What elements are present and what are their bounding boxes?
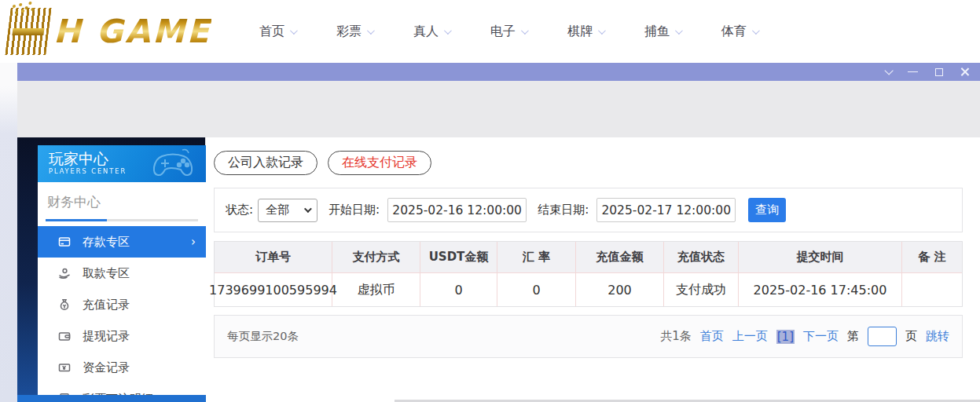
document-icon (58, 393, 71, 395)
sidebar: 玩家中心 PLAYERS CENTER 财务中心 (38, 145, 206, 395)
chevron-down-icon (752, 27, 760, 35)
sidebar-item-label: 提现记录 (83, 329, 130, 344)
next-page-link[interactable]: 下一页 (803, 329, 839, 344)
sidebar-item-label: 取款专区 (83, 266, 130, 281)
gamepad-icon (148, 148, 198, 180)
nav-item-live[interactable]: 真人 (413, 24, 450, 40)
cell-usdt-amount: 0 (420, 273, 497, 306)
chevron-down-icon (598, 27, 606, 35)
sidebar-item-recharge-records[interactable]: 充值记录 (38, 289, 206, 320)
record-tabs: 公司入款记录 在线支付记录 (214, 151, 963, 175)
nav-item-home[interactable]: 首页 (259, 24, 295, 40)
records-table: 订单号 支付方式 USDT金额 汇 率 充值金额 充值状态 提交时间 备 注 1… (214, 241, 963, 307)
chevron-right-icon: › (191, 235, 196, 249)
main-nav: 首页 彩票 真人 电子 棋牌 捕鱼 体育 (259, 0, 758, 63)
start-date-input[interactable] (387, 198, 527, 222)
end-date-input[interactable] (596, 198, 736, 222)
current-page: [1] (776, 330, 795, 344)
column-header-remark: 备 注 (902, 242, 962, 273)
prev-page-link[interactable]: 上一页 (732, 329, 768, 344)
sidebar-item-label: 彩票下注明细 (83, 392, 153, 396)
sidebar-item-label: 充值记录 (83, 298, 130, 312)
chevron-down-icon (367, 27, 375, 35)
sidebar-header: 玩家中心 PLAYERS CENTER (38, 145, 206, 182)
column-header-rate: 汇 率 (497, 242, 576, 273)
sidebar-item-label: 资金记录 (83, 360, 130, 375)
nav-item-slots[interactable]: 电子 (490, 24, 527, 40)
sidebar-bottom-strip (17, 395, 206, 402)
total-count: 共1条 (660, 329, 692, 344)
coupon-icon (58, 361, 71, 374)
cell-remark (902, 273, 962, 306)
logo-text: H GAME (53, 13, 211, 50)
cell-order-no: 1739699100595994 (215, 273, 332, 306)
chevron-down-icon (290, 27, 298, 35)
column-header-order-no: 订单号 (215, 242, 332, 273)
money-bag-icon (58, 298, 71, 311)
nav-item-sports[interactable]: 体育 (721, 24, 758, 40)
first-page-link[interactable]: 首页 (700, 329, 724, 344)
site-header: H GAME 首页 彩票 真人 电子 棋牌 捕鱼 体育 (0, 0, 980, 63)
status-select[interactable]: 全部 (258, 199, 317, 222)
jump-prefix: 第 (847, 329, 859, 344)
content-region: 玩家中心 PLAYERS CENTER 财务中心 (17, 137, 980, 402)
start-date-label: 开始日期: (329, 203, 380, 217)
sidebar-item-deposit-zone[interactable]: 存款专区 › (38, 226, 206, 258)
cell-recharge-status: 支付成功 (664, 273, 739, 306)
minimize-icon[interactable] (908, 71, 918, 72)
nav-item-board-games[interactable]: 棋牌 (567, 24, 604, 40)
cell-rate: 0 (497, 273, 576, 306)
window-empty-zone (17, 81, 980, 137)
column-header-recharge-status: 充值状态 (664, 242, 739, 273)
maximize-icon[interactable] (935, 68, 943, 76)
cell-recharge-amount: 200 (576, 273, 664, 306)
jump-suffix: 页 (905, 329, 917, 344)
sidebar-item-funds-records[interactable]: 资金记录 (38, 352, 206, 383)
cell-submit-time: 2025-02-16 17:45:00 (739, 273, 902, 306)
screen: H GAME 首页 彩票 真人 电子 棋牌 捕鱼 体育 玩家中心 PLAYERS… (0, 0, 980, 402)
query-button[interactable]: 查询 (748, 198, 786, 222)
table-header-row: 订单号 支付方式 USDT金额 汇 率 充值金额 充值状态 提交时间 备 注 (215, 242, 962, 273)
column-header-pay-method: 支付方式 (332, 242, 420, 273)
sidebar-divider (46, 219, 198, 221)
column-header-submit-time: 提交时间 (739, 242, 902, 273)
main-panel: 公司入款记录 在线支付记录 状态: 全部 开始日期: 结束日期: 查询 订单号 … (206, 137, 980, 402)
hand-coin-icon (58, 267, 71, 280)
nav-item-fishing[interactable]: 捕鱼 (644, 24, 681, 40)
window-titlebar (17, 63, 980, 81)
collapse-icon[interactable] (884, 66, 893, 75)
logo-mark-icon (5, 8, 51, 55)
sidebar-menu: 存款专区 › 取款专区 充值记录 (38, 226, 206, 395)
site-logo[interactable]: H GAME (8, 5, 211, 58)
close-icon[interactable] (960, 68, 969, 76)
table-row: 1739699100595994 虚拟币 0 0 200 支付成功 2025-0… (215, 273, 962, 306)
status-label: 状态: (226, 203, 253, 217)
status-select-value: 全部 (266, 203, 289, 217)
column-header-recharge-amount: 充值金额 (576, 242, 664, 273)
sidebar-item-withdrawal-records[interactable]: 提现记录 (38, 320, 206, 352)
cell-pay-method: 虚拟币 (332, 273, 420, 306)
page-number-input[interactable] (868, 327, 897, 346)
page-left-margin (0, 63, 17, 402)
chevron-down-icon (304, 205, 312, 213)
nav-item-lottery[interactable]: 彩票 (336, 24, 373, 40)
chevron-down-icon (444, 27, 452, 35)
sidebar-section-title: 财务中心 (38, 182, 206, 216)
column-header-usdt-amount: USDT金额 (420, 242, 497, 273)
deposit-card-icon (58, 236, 71, 248)
sidebar-background: 玩家中心 PLAYERS CENTER 财务中心 (17, 137, 206, 402)
chevron-down-icon (521, 27, 529, 35)
pagination-controls: 共1条 首页 上一页 [1] 下一页 第 页 跳转 (660, 327, 949, 346)
per-page-text: 每页显示20条 (227, 329, 299, 344)
wallet-icon (58, 330, 71, 342)
sidebar-item-withdraw-zone[interactable]: 取款专区 (38, 258, 206, 289)
sidebar-item-label: 存款专区 (83, 235, 130, 250)
end-date-label: 结束日期: (538, 203, 589, 217)
pagination-bar: 每页显示20条 共1条 首页 上一页 [1] 下一页 第 页 跳转 (214, 315, 963, 358)
tab-company-deposit-records[interactable]: 公司入款记录 (214, 151, 317, 175)
filter-bar: 状态: 全部 开始日期: 结束日期: 查询 (214, 188, 963, 232)
sidebar-item-lottery-bet-details[interactable]: 彩票下注明细 (38, 383, 206, 395)
chevron-down-icon (675, 27, 683, 35)
tab-online-payment-records[interactable]: 在线支付记录 (328, 151, 431, 175)
jump-link[interactable]: 跳转 (926, 329, 949, 344)
